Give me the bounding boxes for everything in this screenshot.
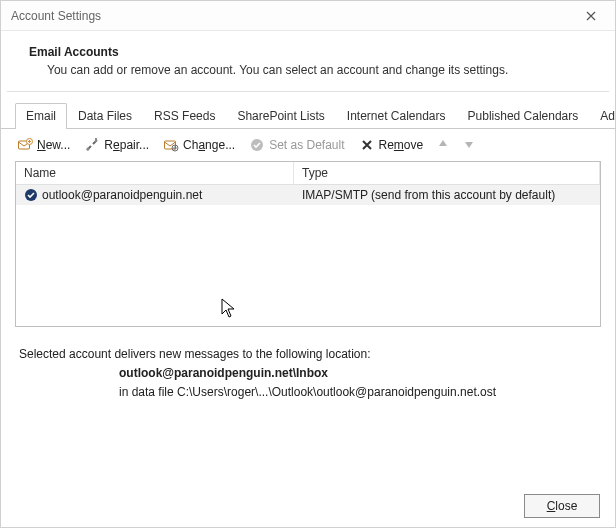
close-icon[interactable]: [575, 5, 607, 27]
repair-label: Repair...: [104, 138, 149, 152]
tab-published-calendars[interactable]: Published Calendars: [457, 103, 590, 129]
change-button[interactable]: Change...: [161, 135, 237, 155]
list-cell-type: IMAP/SMTP (send from this account by def…: [294, 186, 600, 204]
header-title: Email Accounts: [29, 45, 595, 59]
move-down-icon: [461, 138, 477, 153]
set-default-label: Set as Default: [269, 138, 344, 152]
new-button[interactable]: New...: [15, 135, 72, 155]
window-titlebar: Account Settings: [1, 1, 615, 31]
tab-data-files[interactable]: Data Files: [67, 103, 143, 129]
remove-label: Remove: [379, 138, 424, 152]
delivery-datafile: in data file C:\Users\roger\...\Outlook\…: [19, 383, 597, 402]
repair-button[interactable]: Repair...: [82, 135, 151, 155]
new-label: New...: [37, 138, 70, 152]
remove-x-icon: [359, 137, 375, 153]
tab-email[interactable]: Email: [15, 103, 67, 129]
footer: Close: [524, 494, 600, 518]
wrench-screwdriver-icon: [84, 137, 100, 153]
set-default-button: Set as Default: [247, 135, 346, 155]
list-cell-name: outlook@paranoidpenguin.net: [16, 186, 294, 204]
change-label: Change...: [183, 138, 235, 152]
window-title: Account Settings: [11, 9, 101, 23]
list-row[interactable]: outlook@paranoidpenguin.net IMAP/SMTP (s…: [16, 185, 600, 205]
delivery-info-text: Selected account delivers new messages t…: [19, 345, 597, 364]
tab-internet-calendars[interactable]: Internet Calendars: [336, 103, 457, 129]
default-account-badge-icon: [24, 188, 38, 202]
account-list: Name Type outlook@paranoidpenguin.net IM…: [15, 161, 601, 327]
header: Email Accounts You can add or remove an …: [1, 31, 615, 91]
account-name: outlook@paranoidpenguin.net: [42, 188, 202, 202]
remove-button[interactable]: Remove: [357, 135, 426, 155]
tab-rss-feeds[interactable]: RSS Feeds: [143, 103, 226, 129]
check-circle-icon: [249, 137, 265, 153]
header-subtext: You can add or remove an account. You ca…: [47, 63, 595, 77]
svg-rect-3: [95, 138, 97, 142]
envelope-settings-icon: [163, 137, 179, 153]
tab-strip: Email Data Files RSS Feeds SharePoint Li…: [1, 92, 615, 129]
close-button[interactable]: Close: [524, 494, 600, 518]
list-header: Name Type: [16, 162, 600, 185]
svg-point-2: [87, 148, 90, 151]
column-header-name[interactable]: Name: [16, 162, 294, 184]
envelope-new-icon: [17, 137, 33, 153]
tab-address-books[interactable]: Address Books: [589, 103, 616, 129]
column-header-type[interactable]: Type: [294, 162, 600, 184]
move-up-icon: [435, 138, 451, 153]
delivery-info: Selected account delivers new messages t…: [1, 327, 615, 403]
toolbar: New... Repair... Change... Set as Defaul…: [1, 129, 615, 161]
delivery-location: outlook@paranoidpenguin.net\Inbox: [19, 364, 597, 383]
tab-sharepoint-lists[interactable]: SharePoint Lists: [226, 103, 335, 129]
